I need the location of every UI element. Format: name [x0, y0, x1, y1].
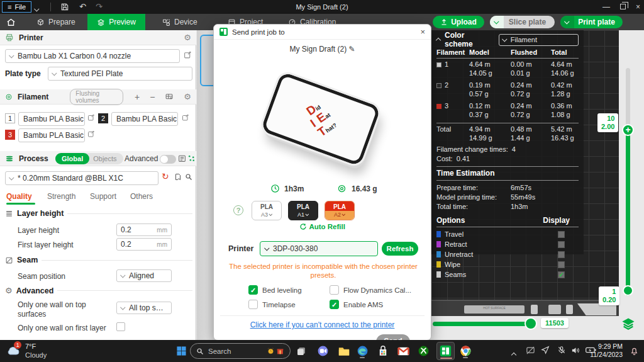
filament-3-edit-icon[interactable] — [87, 130, 95, 138]
start-button[interactable] — [174, 343, 189, 359]
save-icon[interactable] — [60, 3, 69, 11]
minimize-button[interactable]: — — [602, 0, 610, 14]
advanced-toggle[interactable] — [160, 155, 176, 164]
ams-slot-a3[interactable]: PLA A3 — [252, 201, 282, 220]
flow-dynamics-checkbox[interactable] — [330, 285, 339, 295]
layers-stack-icon[interactable] — [621, 317, 635, 331]
seam-position-select[interactable]: Aligned — [116, 269, 172, 282]
gmail-icon[interactable] — [396, 343, 411, 359]
objects-dots-icon[interactable] — [187, 154, 196, 162]
filament-3-swatch[interactable]: 3 — [5, 130, 15, 140]
collapse-panel-icon[interactable] — [436, 36, 440, 43]
retract-display-checkbox[interactable] — [558, 241, 565, 248]
filament-2-edit-icon[interactable] — [182, 114, 189, 122]
save-preset-icon[interactable] — [174, 173, 182, 181]
printer-edit-icon[interactable] — [184, 51, 192, 59]
tab-device[interactable]: Device — [156, 14, 204, 30]
printer-device-select[interactable]: 3DP-030-380 — [260, 241, 378, 256]
layer-slider-top-handle[interactable]: + — [622, 124, 634, 136]
filament-1-swatch[interactable]: 1 — [5, 113, 15, 123]
move-slider-handle[interactable] — [525, 317, 537, 330]
process-tab-others[interactable]: Others — [130, 189, 153, 204]
slice-plate-button[interactable]: Slice plate — [490, 16, 555, 28]
upload-button[interactable]: Upload — [433, 16, 484, 28]
wipe-display-checkbox[interactable] — [558, 261, 565, 268]
move-slider[interactable] — [433, 322, 531, 326]
unretract-display-checkbox[interactable] — [558, 251, 565, 258]
travel-display-checkbox[interactable] — [558, 231, 565, 238]
undo-icon[interactable]: ↶ — [79, 0, 86, 14]
task-view-button[interactable] — [293, 343, 309, 359]
notification-bell-icon[interactable] — [630, 346, 639, 356]
filament-2-select[interactable]: Bambu PLA Basic — [111, 112, 178, 126]
refresh-button[interactable]: Refresh — [382, 242, 418, 256]
ams-slot-a2[interactable]: PLA A2 — [325, 201, 355, 220]
one-wall-top-select[interactable]: All top surfa... — [116, 302, 172, 314]
seams-display-checkbox[interactable]: ✓ — [558, 271, 565, 278]
restore-button[interactable] — [620, 0, 626, 14]
chrome-icon[interactable] — [458, 343, 474, 359]
ams-slot-a1[interactable]: PLA A1 — [288, 201, 318, 220]
first-layer-height-input[interactable]: 0.2 mm — [116, 238, 172, 251]
layer-slider[interactable] — [626, 68, 630, 296]
one-wall-first-layer-checkbox[interactable] — [116, 322, 125, 331]
remove-filament-button[interactable]: − — [150, 92, 155, 102]
redo-icon[interactable]: ↷ — [96, 0, 103, 14]
reset-preset-icon[interactable]: ↻ — [162, 171, 169, 181]
dialog-close-icon[interactable]: × — [420, 27, 425, 37]
tab-prepare[interactable]: Prepare — [30, 14, 82, 30]
weather-text[interactable]: 7°F Cloudy — [25, 342, 47, 359]
ms-store-icon[interactable] — [375, 343, 391, 359]
location-arrow-icon[interactable] — [541, 346, 550, 354]
slice-dropdown-chevron[interactable] — [490, 16, 504, 28]
process-tab-strength[interactable]: Strength — [47, 189, 75, 204]
connect-help-link[interactable]: Click here if you can't connect to the p… — [214, 320, 431, 329]
taskbar-clock[interactable]: 9:29 PM 11/24/2023 — [590, 342, 623, 359]
process-tab-quality[interactable]: Quality — [6, 189, 32, 204]
cast-off-icon[interactable] — [526, 346, 535, 355]
filament-2-swatch[interactable]: 2 — [98, 113, 108, 123]
timelapse-checkbox[interactable] — [248, 300, 258, 309]
edge-browser-icon[interactable] — [355, 343, 370, 359]
filament-1-select[interactable]: Bambu PLA Basic — [18, 112, 85, 126]
file-menu-button[interactable]: ≡ File — [2, 1, 31, 13]
ams-help-icon[interactable]: ? — [233, 205, 243, 215]
filament-1-edit-icon[interactable] — [87, 114, 95, 122]
tray-expand-chevron-icon[interactable] — [512, 348, 516, 359]
process-preset-select[interactable]: * 0.20mm Standard @BBL X1C — [5, 171, 158, 185]
segment-global[interactable]: Global — [55, 153, 89, 164]
tab-preview[interactable]: Preview — [87, 14, 145, 30]
file-explorer-icon[interactable] — [336, 343, 352, 359]
home-icon[interactable] — [6, 18, 16, 27]
flushing-volumes-button[interactable]: Flushing volumes — [70, 89, 123, 105]
filament-settings-gear-icon[interactable]: ⚙ — [184, 92, 191, 101]
segment-objects[interactable]: Objects — [89, 155, 123, 162]
auto-refill-row[interactable]: Auto Refill — [214, 222, 431, 231]
search-preset-icon[interactable] — [185, 173, 192, 181]
layer-slider-bottom-handle[interactable] — [623, 285, 633, 296]
chat-app-icon[interactable] — [315, 343, 331, 359]
add-filament-button[interactable]: + — [135, 92, 140, 102]
edit-job-name-icon[interactable]: ✎ — [348, 45, 355, 54]
ams-sync-icon[interactable] — [165, 93, 174, 101]
print-dropdown-chevron[interactable] — [560, 16, 574, 28]
microphone-muted-icon[interactable] — [557, 346, 566, 354]
bambu-studio-taskbar-icon[interactable] — [436, 342, 455, 360]
speaker-icon[interactable] — [571, 346, 580, 355]
layer-height-input[interactable]: 0.2 mm — [116, 223, 172, 236]
search-highlights[interactable] — [267, 347, 284, 355]
process-tab-support[interactable]: Support — [90, 189, 116, 204]
plate-type-select[interactable]: Textured PEI Plate — [48, 67, 192, 81]
filament-3-select[interactable]: Bambu PLA Basic — [18, 128, 85, 142]
xbox-icon[interactable] — [416, 343, 431, 359]
printer-settings-gear-icon[interactable]: ⚙ — [184, 33, 191, 42]
weather-widget[interactable]: 1 — [5, 343, 21, 358]
color-scheme-select[interactable]: Filament — [499, 34, 579, 46]
printer-preset-select[interactable]: Bambu Lab X1 Carbon 0.4 nozzle — [5, 49, 180, 63]
close-button[interactable]: × — [636, 0, 640, 14]
bed-leveling-checkbox[interactable]: ✓ — [248, 285, 258, 295]
file-dropdown-chevron[interactable] — [35, 5, 39, 13]
search-params-list-icon[interactable] — [178, 154, 186, 162]
enable-ams-checkbox[interactable]: ✓ — [330, 300, 339, 309]
print-plate-button[interactable]: Print plate — [560, 16, 623, 28]
